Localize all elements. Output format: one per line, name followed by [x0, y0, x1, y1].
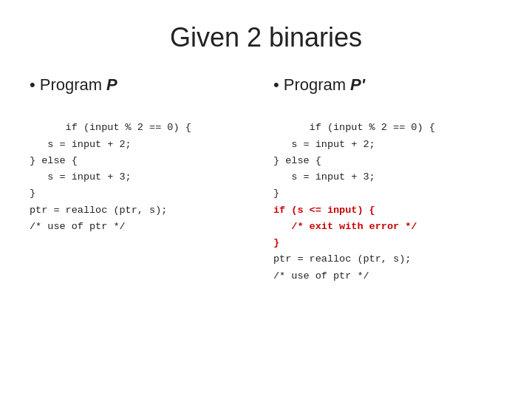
left-code-block: if (input % 2 == 0) { s = input + 2; } e… — [30, 103, 259, 251]
right-line-normal-top: if (input % 2 == 0) { s = input + 2; } e… — [273, 122, 435, 199]
right-code-block: if (input % 2 == 0) { s = input + 2; } e… — [273, 103, 502, 301]
left-heading: • Program P — [30, 75, 259, 95]
right-line-highlight: if (s <= input) { /* exit with error */ … — [273, 205, 417, 249]
right-heading: • Program P' — [273, 75, 502, 95]
left-bullet: • — [30, 75, 35, 95]
columns-container: • Program P if (input % 2 == 0) { s = in… — [30, 75, 502, 301]
left-column: • Program P if (input % 2 == 0) { s = in… — [30, 75, 259, 301]
right-program-name: P' — [350, 75, 365, 95]
left-line-1: if (input % 2 == 0) { s = input + 2; } e… — [30, 122, 191, 232]
right-label: Program — [284, 75, 346, 95]
page-title: Given 2 binaries — [170, 22, 362, 53]
left-label: Program — [40, 75, 102, 95]
right-bullet: • — [273, 75, 279, 95]
right-column: • Program P' if (input % 2 == 0) { s = i… — [273, 75, 502, 301]
left-program-name: P — [106, 75, 117, 95]
right-line-normal-bottom: ptr = realloc (ptr, s); /* use of ptr */ — [273, 253, 411, 281]
